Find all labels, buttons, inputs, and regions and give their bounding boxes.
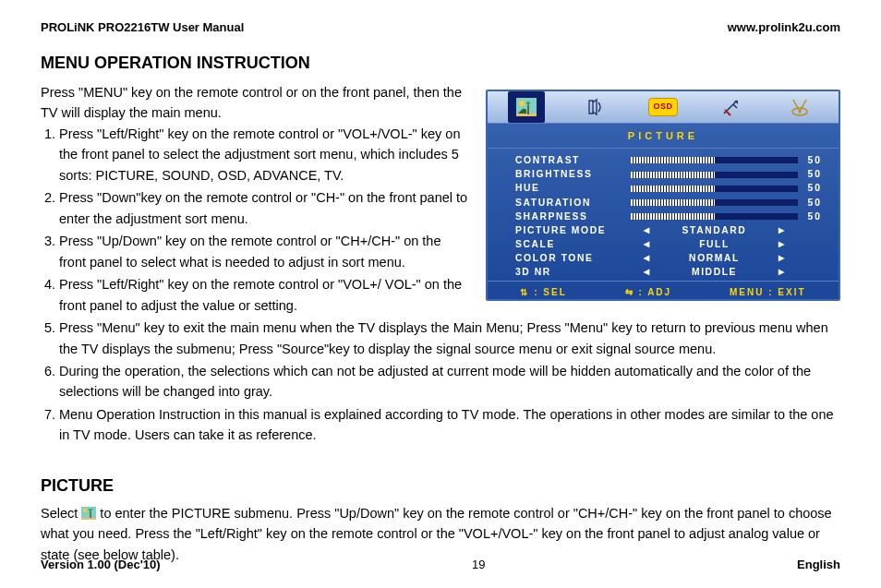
slider-bar — [631, 186, 798, 192]
svg-point-1 — [519, 101, 525, 106]
section-title-menu-operation: MENU OPERATION INSTRUCTION — [41, 51, 840, 77]
right-arrow-icon: ▶ — [778, 253, 786, 264]
osd-footer: ⇅ : SEL ⇆ : ADJ MENU : EXIT — [488, 281, 839, 305]
section2-body-before: Select — [41, 506, 81, 521]
manual-url: www.prolink2u.com — [728, 20, 840, 34]
osd-row-contrast: CONTRAST 50 — [515, 154, 822, 167]
osd-label: COLOR TONE — [515, 251, 631, 266]
osd-select-value: MIDDLE — [677, 265, 753, 280]
osd-select-value: FULL — [677, 237, 753, 252]
osd-value: 50 — [798, 210, 822, 224]
tv-tab-icon — [781, 91, 818, 123]
osd-row-scale: SCALE ◀FULL▶ — [515, 238, 822, 251]
slider-bar — [631, 199, 798, 206]
footer-language: English — [797, 558, 840, 571]
osd-select-value: NORMAL — [677, 251, 753, 266]
left-arrow-icon: ◀ — [644, 267, 651, 278]
osd-label: PICTURE MODE — [515, 223, 631, 238]
slider-bar — [631, 172, 798, 178]
slider-bar — [631, 157, 798, 163]
osd-label: CONTRAST — [515, 153, 631, 168]
manual-page: PROLiNK PRO2216TW User Manual www.prolin… — [0, 0, 881, 588]
osd-menu-title: PICTURE — [488, 123, 839, 149]
osd-label: 3D NR — [515, 265, 631, 280]
picture-tab-icon — [508, 91, 545, 123]
osd-footer-sel: ⇅ : SEL — [520, 285, 566, 300]
osd-row-brightness: BRIGHTNESS 50 — [515, 168, 822, 181]
right-arrow-icon: ▶ — [778, 239, 786, 250]
osd-screenshot: OSD — [486, 90, 840, 301]
osd-label: SHARPNESS — [515, 210, 631, 224]
osd-row-picture-mode: PICTURE MODE ◀STANDARD▶ — [515, 224, 822, 237]
footer-version: Version 1.00 (Dec'10) — [41, 558, 161, 571]
section2-body-after: to enter the PICTURE submenu. Press "Up/… — [41, 506, 832, 562]
footer-page-number: 19 — [472, 558, 485, 571]
right-arrow-icon: ▶ — [778, 267, 786, 278]
svg-point-7 — [799, 110, 802, 113]
osd-label: SCALE — [515, 237, 631, 252]
osd-menu-body: CONTRAST 50 BRIGHTNESS 50 HUE 50 — [488, 149, 839, 282]
sound-tab-icon — [576, 91, 613, 123]
osd-value: 50 — [798, 167, 822, 182]
osd-value: 50 — [798, 196, 822, 210]
svg-point-9 — [83, 509, 87, 512]
left-arrow-icon: ◀ — [644, 225, 651, 236]
right-arrow-icon: ▶ — [778, 225, 786, 236]
osd-tab-row: OSD — [488, 91, 839, 123]
svg-rect-11 — [81, 518, 96, 520]
list-item: During the operation, the selections whi… — [59, 361, 840, 402]
osd-label: SATURATION — [515, 196, 631, 210]
osd-row-saturation: SATURATION 50 — [515, 197, 822, 210]
list-item: Press "Menu" key to exit the main menu w… — [59, 318, 840, 359]
manual-title: PROLiNK PRO2216TW User Manual — [41, 20, 244, 34]
osd-label: BRIGHTNESS — [515, 167, 631, 182]
page-footer: Version 1.00 (Dec'10) 19 English — [41, 558, 840, 571]
osd-value: 50 — [798, 181, 822, 196]
osd-row-hue: HUE 50 — [515, 182, 822, 195]
advance-tab-icon — [713, 91, 750, 123]
osd-value: 50 — [798, 153, 822, 168]
osd-row-3dnr: 3D NR ◀MIDDLE▶ — [515, 266, 822, 279]
left-arrow-icon: ◀ — [644, 253, 651, 264]
osd-badge-label: OSD — [648, 98, 677, 116]
osd-footer-adj: ⇆ : ADJ — [625, 285, 672, 300]
osd-row-sharpness: SHARPNESS 50 — [515, 210, 822, 223]
section-title-picture: PICTURE — [41, 474, 840, 499]
left-arrow-icon: ◀ — [644, 239, 651, 250]
osd-row-color-tone: COLOR TONE ◀NORMAL▶ — [515, 252, 822, 265]
svg-rect-2 — [516, 114, 537, 116]
palm-tree-icon — [81, 505, 96, 518]
slider-bar — [631, 213, 798, 220]
osd-footer-exit: MENU : EXIT — [730, 285, 806, 300]
page-body: MENU OPERATION INSTRUCTION — [41, 51, 840, 565]
osd-select-value: STANDARD — [677, 223, 753, 238]
section2-body: Select to enter the PICTURE submenu. Pre… — [41, 503, 840, 565]
osd-tab-icon: OSD — [645, 91, 682, 123]
osd-label: HUE — [515, 181, 631, 196]
page-header: PROLiNK PRO2216TW User Manual www.prolin… — [41, 20, 840, 34]
svg-rect-8 — [81, 507, 96, 520]
list-item: Menu Operation Instruction in this manua… — [59, 404, 840, 446]
